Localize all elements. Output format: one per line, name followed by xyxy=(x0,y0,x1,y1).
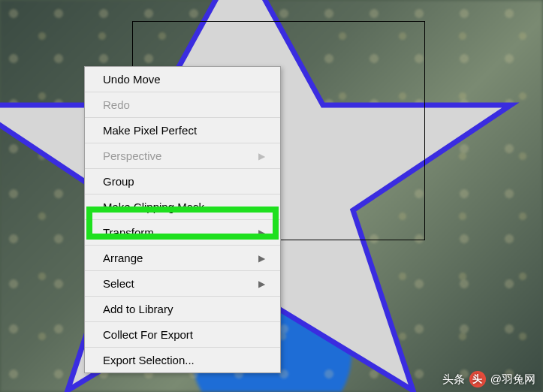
menu-item-label: Collect For Export xyxy=(103,328,193,341)
menu-collect-for-export[interactable]: Collect For Export xyxy=(85,322,280,348)
menu-transform[interactable]: Transform ▶ xyxy=(85,220,280,246)
chevron-right-icon: ▶ xyxy=(258,253,265,264)
menu-item-label: Export Selection... xyxy=(103,354,195,366)
menu-item-label: Add to Library xyxy=(103,303,173,315)
watermark-handle: @羽兔网 xyxy=(490,372,535,387)
chevron-right-icon: ▶ xyxy=(258,151,265,161)
menu-item-label: Group xyxy=(103,175,134,188)
menu-item-label: Arrange xyxy=(103,252,143,264)
menu-perspective: Perspective ▶ xyxy=(85,143,280,169)
chevron-right-icon: ▶ xyxy=(258,228,265,238)
menu-item-label: Undo Move xyxy=(103,73,161,86)
menu-arrange[interactable]: Arrange ▶ xyxy=(85,246,280,271)
chevron-right-icon: ▶ xyxy=(258,279,265,289)
menu-item-label: Select xyxy=(103,277,134,290)
menu-redo: Redo xyxy=(85,92,280,118)
menu-group[interactable]: Group xyxy=(85,169,280,194)
watermark-prefix: 头条 xyxy=(442,372,465,387)
menu-undo-move[interactable]: Undo Move xyxy=(85,67,280,92)
menu-item-label: Perspective xyxy=(103,149,161,162)
watermark-badge-icon: 头 xyxy=(469,371,486,387)
menu-item-label: Redo xyxy=(103,98,130,111)
menu-add-to-library[interactable]: Add to Library xyxy=(85,297,280,322)
menu-export-selection[interactable]: Export Selection... xyxy=(85,348,280,372)
menu-make-pixel-perfect[interactable]: Make Pixel Perfect xyxy=(85,118,280,143)
menu-select[interactable]: Select ▶ xyxy=(85,271,280,297)
menu-item-label: Transform xyxy=(103,226,154,239)
menu-item-label: Make Pixel Perfect xyxy=(103,124,197,137)
menu-item-label: Make Clipping Mask xyxy=(103,201,204,213)
menu-make-clipping-mask[interactable]: Make Clipping Mask xyxy=(85,194,280,220)
watermark: 头条 头 @羽兔网 xyxy=(442,371,535,387)
context-menu: Undo Move Redo Make Pixel Perfect Perspe… xyxy=(84,66,281,373)
